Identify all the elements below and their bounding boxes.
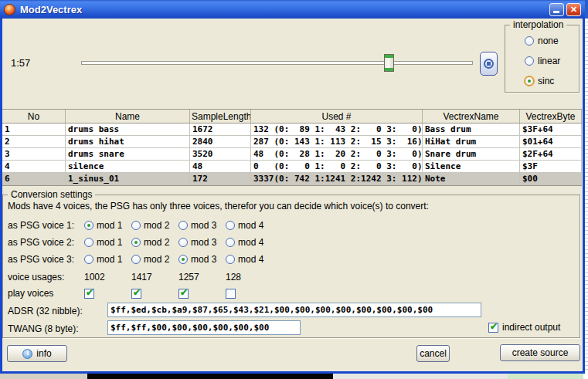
column-header-vectrexbyte[interactable]: VectrexByte xyxy=(520,110,582,123)
table-row-selected[interactable]: 6 1_sinus_01 172 3337(0: 742 1:1241 2:12… xyxy=(2,173,582,185)
mod3-label: mod 3 xyxy=(191,220,216,231)
interpolation-option-linear[interactable]: linear xyxy=(525,56,560,66)
radio-sinc[interactable] xyxy=(525,76,534,86)
column-header-vectrexname[interactable]: VectrexName xyxy=(423,110,520,123)
play-voice-4-checkbox[interactable] xyxy=(226,289,236,299)
table-header-row: No Name SampleLength Used # VectrexName … xyxy=(2,109,582,124)
psg-voice-2-label: as PSG voice 2: xyxy=(8,237,84,248)
desktop-sliver xyxy=(0,374,588,379)
radio-linear[interactable] xyxy=(525,56,534,66)
psg-voice-1-row: as PSG voice 1: mod 1 mod 2 mod 3 mod 4 xyxy=(8,220,273,231)
cell-used: 0 (0: 0 1: 0 2: 0 3: 0) xyxy=(251,161,423,173)
play-voice-1-checkbox[interactable] xyxy=(84,289,94,299)
column-header-used[interactable]: Used # xyxy=(251,110,423,123)
table-row[interactable]: 4 silence 48 0 (0: 0 1: 0 2: 0 3: 0) Sil… xyxy=(2,161,582,173)
voice-usage-3: 1257 xyxy=(178,272,226,283)
column-header-no[interactable]: No xyxy=(2,110,66,123)
mod2-label: mod 2 xyxy=(144,254,169,265)
twang-input[interactable] xyxy=(107,320,301,335)
voice-usage-4: 128 xyxy=(226,272,273,283)
mod3-label: mod 3 xyxy=(191,237,216,248)
desktop-sliver-segment xyxy=(583,374,588,379)
interpolation-option-none[interactable]: none xyxy=(525,36,559,46)
radio-voice1-mod1[interactable] xyxy=(84,221,93,230)
app-icon xyxy=(4,4,15,15)
radio-sinc-label: sinc xyxy=(538,76,554,86)
radio-voice1-mod2[interactable] xyxy=(131,221,141,230)
radio-voice2-mod2[interactable] xyxy=(131,238,141,247)
minimize-button[interactable] xyxy=(549,3,564,16)
radio-voice3-mod3[interactable] xyxy=(178,255,188,264)
cell-name: drums hihat xyxy=(66,136,190,148)
mod4-label: mod 4 xyxy=(238,254,263,265)
interpolation-group-title: interpolation xyxy=(510,19,566,30)
radio-none-label: none xyxy=(538,36,559,46)
table-row[interactable]: 1 drums bass 1672 132 (0: 89 1: 43 2: 0 … xyxy=(2,124,582,136)
mod1-label: mod 1 xyxy=(97,237,122,248)
table-row[interactable]: 2 drums hihat 2840 287 (0: 143 1: 113 2:… xyxy=(2,136,582,148)
voice-usages-label: voice usages: xyxy=(8,272,84,283)
cell-no: 6 xyxy=(2,173,66,185)
adsr-input[interactable] xyxy=(107,303,481,317)
play-voice-2-checkbox[interactable] xyxy=(131,289,141,299)
conversion-settings-group: Conversion settings Mods have 4 voices, … xyxy=(2,195,580,338)
cell-length: 2840 xyxy=(190,136,251,148)
radio-voice2-mod3[interactable] xyxy=(178,238,188,247)
table-row[interactable]: 3 drums snare 3520 48 (0: 28 1: 20 2: 0 … xyxy=(2,148,582,161)
radio-voice3-mod1[interactable] xyxy=(84,255,93,264)
info-button[interactable]: info xyxy=(7,345,67,362)
playback-slider-thumb[interactable] xyxy=(384,54,394,72)
radio-none[interactable] xyxy=(525,36,534,46)
column-header-samplelength[interactable]: SampleLength xyxy=(190,110,251,123)
cell-vectrexbyte: $3F+64 xyxy=(520,124,582,136)
mod3-label: mod 3 xyxy=(191,254,216,265)
cell-length: 3520 xyxy=(190,148,251,161)
radio-voice1-mod4[interactable] xyxy=(226,221,235,230)
psg-voice-3-row: as PSG voice 3: mod 1 mod 2 mod 3 mod 4 xyxy=(8,254,273,265)
cell-vectrexbyte: $01+64 xyxy=(520,136,582,148)
indirect-output-checkbox[interactable] xyxy=(488,323,498,333)
psg-voice-1-label: as PSG voice 1: xyxy=(8,220,84,231)
record-circle-icon xyxy=(484,59,494,69)
play-button[interactable] xyxy=(480,52,498,76)
radio-voice2-mod1[interactable] xyxy=(84,238,93,247)
voice-usages-row: voice usages: 1002 1417 1257 128 xyxy=(8,272,273,283)
radio-voice3-mod4[interactable] xyxy=(226,255,235,264)
radio-voice2-mod4[interactable] xyxy=(226,238,235,247)
playback-slider-track[interactable] xyxy=(81,61,473,65)
cell-no: 4 xyxy=(2,161,66,173)
background-window-sliver xyxy=(585,19,588,371)
cell-vectrexname: Note xyxy=(423,173,520,185)
play-voices-label: play voices xyxy=(8,288,84,299)
radio-linear-label: linear xyxy=(538,56,560,66)
info-button-label: info xyxy=(36,348,51,359)
radio-voice1-mod3[interactable] xyxy=(178,221,188,230)
info-circle-icon xyxy=(22,349,32,359)
cell-no: 2 xyxy=(2,136,66,148)
cell-used: 3337(0: 742 1:1241 2:1242 3: 112) xyxy=(251,173,423,185)
cell-name: drums snare xyxy=(66,148,190,161)
create-source-button[interactable]: create source xyxy=(500,344,580,361)
interpolation-option-sinc[interactable]: sinc xyxy=(525,76,554,86)
mod2-label: mod 2 xyxy=(144,237,169,248)
play-voice-3-checkbox[interactable] xyxy=(178,289,189,299)
title-bar[interactable]: Mod2Vectrex xyxy=(0,0,585,19)
interpolation-group: interpolation none linear sinc xyxy=(505,25,580,93)
close-button[interactable] xyxy=(566,3,581,16)
cell-vectrexname: Bass drum xyxy=(423,124,520,136)
cancel-button[interactable]: cancel xyxy=(416,345,450,362)
cell-no: 1 xyxy=(2,124,66,136)
desktop-sliver-segment xyxy=(508,374,583,379)
cell-used: 48 (0: 28 1: 20 2: 0 3: 0) xyxy=(251,148,423,161)
psg-voice-2-row: as PSG voice 2: mod 1 mod 2 mod 3 mod 4 xyxy=(8,237,273,248)
mod4-label: mod 4 xyxy=(238,237,263,248)
mod4-label: mod 4 xyxy=(238,220,263,231)
desktop-sliver-segment xyxy=(333,374,508,379)
background-window-sliver xyxy=(585,0,588,19)
mod1-label: mod 1 xyxy=(97,254,122,265)
cell-length: 1672 xyxy=(190,124,251,136)
radio-voice3-mod2[interactable] xyxy=(131,255,141,264)
column-header-name[interactable]: Name xyxy=(66,110,190,123)
voice-usage-2: 1417 xyxy=(131,272,178,283)
cell-vectrexbyte: $3F xyxy=(520,161,582,173)
